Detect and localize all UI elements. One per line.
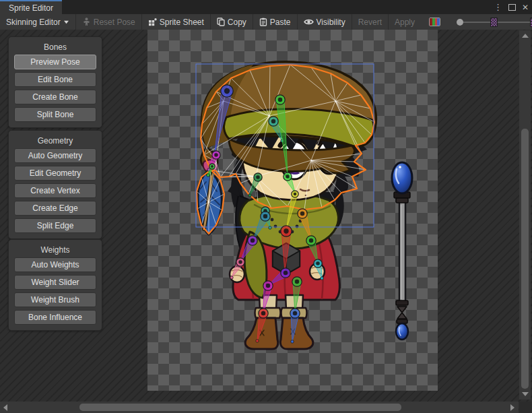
bone-opacity-slider-track[interactable]: [463, 22, 490, 23]
paste-icon: [259, 18, 267, 26]
toolbar-sprite-sheet-label: Sprite Sheet: [160, 18, 204, 27]
bone-color-swatch[interactable]: [429, 18, 440, 26]
tab-label: Sprite Editor: [9, 3, 53, 13]
sprite-thumbnail-icon: [490, 18, 498, 27]
horizontal-scroll-thumb[interactable]: [79, 404, 401, 411]
sprite-editor-window: Sprite Editor ⋮ ✕ Skinning EditorReset P…: [0, 0, 532, 413]
toolbar-paste-button[interactable]: Paste: [253, 14, 297, 30]
hat: [201, 62, 376, 173]
sprite-texture-canvas[interactable]: [147, 30, 438, 391]
scroll-up-icon[interactable]: [522, 34, 529, 38]
staff-sprite: [392, 162, 412, 340]
vertical-scrollbar[interactable]: [519, 30, 531, 400]
vertical-scroll-thumb[interactable]: [521, 129, 529, 389]
panel-title: Weights: [9, 245, 102, 255]
weight-brush-button[interactable]: Weight Brush: [14, 292, 96, 307]
toolbar-skinning-editor-button[interactable]: Skinning Editor: [0, 14, 75, 30]
auto-geometry-button[interactable]: Auto Geometry: [14, 148, 96, 163]
scroll-right-icon[interactable]: [510, 404, 514, 411]
scroll-left-icon[interactable]: [3, 404, 7, 411]
tab-sprite-editor[interactable]: Sprite Editor: [0, 0, 62, 14]
toolbar-sprite-sheet-button[interactable]: Sprite Sheet: [141, 14, 210, 30]
toolbar-visibility-label: Visibility: [317, 18, 345, 27]
horizontal-scrollbar[interactable]: [0, 402, 519, 413]
title-bar: Sprite Editor ⋮ ✕: [0, 0, 532, 14]
preview-pose-button[interactable]: Preview Pose: [14, 55, 96, 69]
opacity-sliders: [457, 18, 532, 27]
toolbar-skinning-editor-label: Skinning Editor: [6, 18, 61, 27]
close-icon[interactable]: ✕: [522, 3, 529, 11]
split-bone-button[interactable]: Split Bone: [14, 107, 96, 122]
auto-weights-button[interactable]: Auto Weights: [14, 257, 96, 272]
toolbar: Skinning EditorReset PoseSprite SheetCop…: [0, 14, 532, 30]
edit-bone-button[interactable]: Edit Bone: [14, 72, 96, 87]
toolbar-copy-label: Copy: [228, 18, 246, 27]
toolbar-paste-label: Paste: [270, 18, 291, 27]
sprite-sheet-icon: [148, 18, 157, 26]
create-bone-button[interactable]: Create Bone: [14, 90, 96, 104]
toolbar-revert-label: Revert: [358, 18, 382, 27]
toolbar-reset-pose-button: Reset Pose: [75, 14, 141, 30]
panel-bones: BonesPreview PoseEdit BoneCreate BoneSpl…: [8, 36, 102, 128]
eye-icon: [304, 18, 314, 26]
panel-title: Geometry: [9, 136, 102, 146]
weight-slider-button[interactable]: Weight Slider: [14, 275, 96, 290]
window-controls: ⋮ ✕: [494, 0, 529, 14]
panel-geometry: GeometryAuto GeometryEdit GeometryCreate…: [8, 130, 102, 239]
kebab-menu-icon[interactable]: ⋮: [494, 3, 502, 11]
reset-pose-icon: [82, 18, 91, 26]
bone-influence-button[interactable]: Bone Influence: [14, 310, 96, 325]
toolbar-copy-button[interactable]: Copy: [210, 14, 253, 30]
chevron-down-icon: [63, 20, 69, 24]
skinning-canvas-area: BonesPreview PoseEdit BoneCreate BoneSpl…: [0, 30, 532, 413]
split-edge-button[interactable]: Split Edge: [14, 218, 96, 233]
mesh-opacity-slider-track[interactable]: [498, 22, 530, 23]
toolbar-apply-button: Apply: [388, 14, 421, 30]
copy-icon: [217, 18, 225, 26]
toolbar-revert-button: Revert: [352, 14, 388, 30]
scrollbar-corner: [519, 402, 532, 413]
swatch-stripe: [437, 18, 440, 26]
toolbar-reset-pose-label: Reset Pose: [94, 18, 135, 27]
toolbar-visibility-button[interactable]: Visibility: [298, 14, 352, 30]
panel-weights: WeightsAuto WeightsWeight SliderWeight B…: [8, 239, 102, 331]
edit-geometry-button[interactable]: Edit Geometry: [14, 166, 96, 181]
scroll-down-icon[interactable]: [522, 392, 529, 396]
character-sprite: [147, 30, 438, 391]
bone-opacity-slider-handle[interactable]: [457, 19, 463, 26]
maximize-icon[interactable]: [508, 4, 516, 11]
panel-title: Bones: [9, 42, 102, 52]
toolbar-apply-label: Apply: [395, 18, 415, 27]
create-edge-button[interactable]: Create Edge: [14, 201, 96, 216]
create-vertex-button[interactable]: Create Vertex: [14, 183, 96, 198]
